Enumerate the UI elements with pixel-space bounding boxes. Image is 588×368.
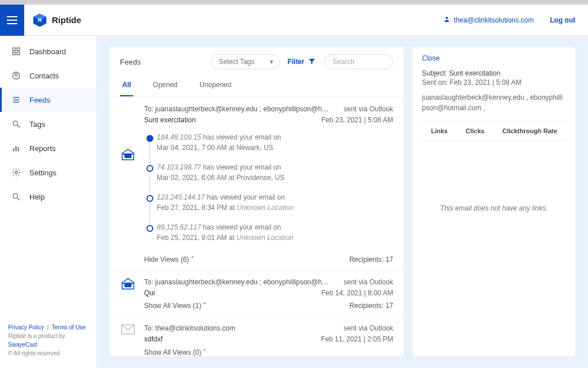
view-event: 89.125.62.117 has viewed your email on F… bbox=[144, 222, 393, 252]
swayecast-link[interactable]: SwayeCast bbox=[8, 341, 37, 348]
tab-all[interactable]: All bbox=[120, 75, 133, 96]
hamburger-icon bbox=[7, 20, 17, 21]
feed-subject: Sunt exercitation bbox=[144, 115, 195, 126]
svg-point-19 bbox=[13, 194, 18, 198]
stat-clicks: Clicks bbox=[466, 127, 484, 134]
show-views-toggle[interactable]: Show All Views (0) ˅ bbox=[144, 348, 207, 356]
svg-rect-6 bbox=[13, 52, 16, 55]
envelope-open-icon bbox=[121, 278, 135, 290]
sidebar-label: Settings bbox=[29, 168, 56, 177]
svg-line-20 bbox=[17, 198, 20, 200]
brand: R Riptide bbox=[24, 13, 81, 28]
feed-to: To: juanaslaughterbeck@kenney.edu ; ebon… bbox=[144, 277, 329, 288]
sidebar-footer: Privacy Policy | Terms of Use Riptide is… bbox=[0, 316, 96, 368]
hide-views-toggle[interactable]: Hide Views (6) ˄ bbox=[144, 256, 194, 264]
select-tags-dropdown[interactable]: Select Tags ▾ bbox=[210, 54, 280, 69]
view-text: has viewed your email on bbox=[203, 133, 281, 141]
privacy-link[interactable]: Privacy Policy bbox=[8, 324, 44, 331]
terms-link[interactable]: Terms of Use bbox=[52, 324, 86, 331]
sidebar-item-tags[interactable]: Tags bbox=[0, 112, 96, 136]
sidebar: Dashboard Contacts Feeds Tags Reports Se… bbox=[0, 36, 97, 368]
stat-links: Links bbox=[431, 127, 448, 134]
view-loc: Unknown Location bbox=[237, 204, 294, 212]
logout-link[interactable]: Log out bbox=[550, 16, 575, 24]
feed-to: To: thea@clinkitsolutions.com bbox=[144, 323, 235, 334]
view-when-prefix: Feb 27, 2021, 8:34 PM at bbox=[157, 204, 237, 212]
sidebar-item-reports[interactable]: Reports bbox=[0, 136, 96, 160]
feeds-list[interactable]: To: juanaslaughterbeck@kenney.edu ; ebon… bbox=[110, 97, 404, 356]
sidebar-label: Tags bbox=[29, 120, 45, 129]
sidebar-item-feeds[interactable]: Feeds bbox=[0, 88, 96, 112]
feed-item[interactable]: To: juanaslaughterbeck@kenney.edu ; ebon… bbox=[110, 97, 404, 270]
view-ip: 89.125.62.117 bbox=[157, 223, 201, 231]
detail-stats: Links Clicks Clickthrough Rate bbox=[422, 121, 566, 141]
stat-ctr: Clickthrough Rate bbox=[503, 127, 557, 134]
feed-sentvia: sent via Outlook bbox=[344, 277, 393, 288]
svg-line-14 bbox=[17, 125, 20, 127]
sidebar-item-contacts[interactable]: Contacts bbox=[0, 63, 96, 88]
svg-text:R: R bbox=[37, 17, 42, 23]
feed-item[interactable]: To: thea@clinkitsolutions.com sent via O… bbox=[110, 316, 404, 356]
sent-value: Feb 23, 2021 | 5:08 AM bbox=[450, 78, 522, 87]
view-when-prefix: Feb 25, 2021, 9:01 AM at bbox=[157, 234, 236, 242]
sidebar-item-dashboard[interactable]: Dashboard bbox=[0, 39, 96, 63]
close-button[interactable]: Close bbox=[422, 54, 566, 62]
filter-button[interactable]: Filter bbox=[288, 57, 316, 67]
view-ip: 123.245.144.17 bbox=[157, 193, 205, 201]
svg-rect-4 bbox=[13, 48, 16, 51]
detail-subject: Subject: Sunt exercitation bbox=[422, 69, 566, 77]
contacts-icon bbox=[11, 70, 21, 81]
select-tags-label: Select Tags bbox=[219, 58, 255, 66]
feed-date: Feb 11, 2021 | 2:05 PM bbox=[321, 334, 393, 345]
feed-to: To: juanaslaughterbeck@kenney.edu ; ebon… bbox=[144, 104, 329, 115]
menu-toggle-button[interactable] bbox=[0, 5, 24, 36]
view-when: Mar 02, 2021, 6:06 AM at Providence, US bbox=[157, 174, 284, 182]
feed-subject: Qui bbox=[144, 288, 155, 299]
feed-sentvia: sent via Outlook bbox=[344, 323, 393, 334]
feeds-toolbar: Feeds Select Tags ▾ Filter bbox=[110, 47, 404, 75]
svg-rect-17 bbox=[18, 147, 19, 151]
chevron-down-icon: ▾ bbox=[270, 58, 273, 66]
user-email[interactable]: thea@clinkitsolutions.com bbox=[443, 16, 534, 24]
svg-rect-5 bbox=[17, 48, 20, 51]
dashboard-icon bbox=[11, 46, 21, 57]
bars-icon bbox=[11, 143, 21, 153]
tab-unopened[interactable]: Unopened bbox=[197, 75, 233, 96]
magnify-icon bbox=[11, 119, 21, 129]
svg-rect-22 bbox=[125, 283, 131, 287]
footer-copy: © All rights reserved bbox=[8, 350, 60, 356]
user-icon bbox=[443, 16, 450, 24]
sent-label: Sent on: bbox=[422, 78, 448, 87]
view-event: 123.245.144.17 has viewed your email on … bbox=[144, 192, 393, 222]
tab-opened[interactable]: Opened bbox=[150, 75, 180, 96]
show-views-toggle[interactable]: Show All Views (1) ˅ bbox=[144, 302, 207, 310]
svg-rect-21 bbox=[125, 153, 131, 158]
sidebar-item-settings[interactable]: Settings bbox=[0, 160, 96, 185]
feed-item[interactable]: To: juanaslaughterbeck@kenney.edu ; ebon… bbox=[110, 270, 404, 316]
view-text: has viewed your email on bbox=[207, 193, 285, 201]
detail-sent: Sent on: Feb 23, 2021 | 5:08 AM bbox=[422, 78, 566, 87]
sidebar-item-help[interactable]: Help bbox=[0, 185, 96, 209]
footer-line2a: Riptide is a product by bbox=[8, 333, 65, 339]
svg-point-13 bbox=[13, 121, 18, 126]
main-area: Feeds Select Tags ▾ Filter All Opened Un… bbox=[97, 36, 588, 368]
view-text: has viewed your email on bbox=[203, 163, 281, 171]
view-ip: 184.46.109.15 bbox=[157, 133, 201, 141]
no-links-message: This email does not have any links. bbox=[422, 204, 566, 212]
filter-label: Filter bbox=[288, 58, 304, 66]
view-event: 74.103.198.77 has viewed your email on M… bbox=[144, 162, 393, 192]
search-input[interactable] bbox=[324, 54, 393, 69]
view-text: has viewed your email on bbox=[203, 223, 281, 231]
view-when: Mar 04, 2021, 7:00 AM at Newark, US bbox=[157, 144, 273, 152]
gear-icon bbox=[11, 167, 21, 178]
window-topbar bbox=[0, 0, 588, 5]
view-event: 184.46.109.15 has viewed your email on M… bbox=[144, 132, 393, 162]
view-loc: Unknown Location bbox=[236, 234, 293, 242]
logo-icon: R bbox=[32, 13, 47, 28]
feed-date: Feb 23, 2021 | 5:08 AM bbox=[321, 115, 393, 126]
svg-rect-15 bbox=[13, 148, 14, 151]
brand-name: Riptide bbox=[52, 15, 81, 25]
feed-subject: xdfdxf bbox=[144, 334, 163, 345]
subject-value: Sunt exercitation bbox=[449, 69, 500, 77]
recipients-count: Recipients: 17 bbox=[349, 256, 393, 264]
